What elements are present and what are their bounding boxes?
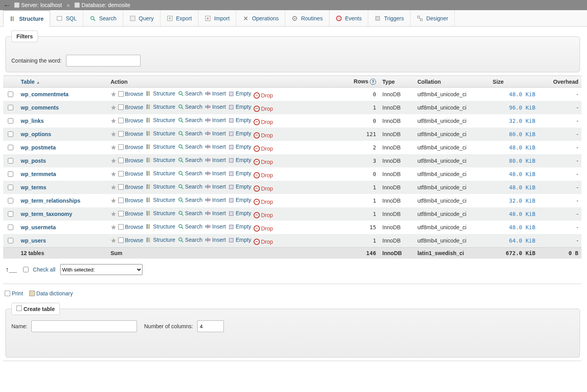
- create-name-input[interactable]: [31, 320, 137, 332]
- insert-link[interactable]: Insert: [205, 90, 226, 97]
- insert-link[interactable]: Insert: [205, 144, 226, 150]
- data-dictionary-link[interactable]: Data dictionary: [29, 290, 73, 297]
- insert-link[interactable]: Insert: [205, 130, 226, 137]
- row-checkbox[interactable]: [8, 92, 13, 97]
- drop-link[interactable]: −Drop: [254, 185, 273, 192]
- row-checkbox[interactable]: [8, 105, 13, 110]
- favorite-star-icon[interactable]: ★: [110, 144, 117, 151]
- tab-structure[interactable]: Structure: [3, 10, 50, 27]
- structure-link[interactable]: Structure: [146, 223, 175, 230]
- structure-link[interactable]: Structure: [146, 210, 175, 216]
- empty-link[interactable]: Empty: [228, 197, 251, 203]
- search-link[interactable]: Search: [178, 183, 202, 190]
- row-checkbox[interactable]: [8, 225, 13, 230]
- search-link[interactable]: Search: [178, 144, 202, 150]
- search-link[interactable]: Search: [178, 237, 202, 243]
- search-link[interactable]: Search: [178, 157, 202, 163]
- favorite-star-icon[interactable]: ★: [110, 210, 117, 218]
- table-name-link[interactable]: wp_termmeta: [21, 171, 56, 177]
- row-checkbox[interactable]: [8, 171, 13, 177]
- empty-link[interactable]: Empty: [228, 223, 251, 230]
- search-link[interactable]: Search: [178, 130, 202, 137]
- browse-link[interactable]: Browse: [118, 184, 143, 190]
- favorite-star-icon[interactable]: ★: [110, 90, 117, 98]
- browse-link[interactable]: Browse: [118, 131, 143, 137]
- row-checkbox[interactable]: [8, 198, 13, 203]
- favorite-star-icon[interactable]: ★: [110, 237, 117, 245]
- browse-link[interactable]: Browse: [118, 91, 143, 97]
- row-checkbox[interactable]: [8, 211, 13, 217]
- structure-link[interactable]: Structure: [146, 183, 175, 190]
- favorite-star-icon[interactable]: ★: [110, 130, 117, 138]
- empty-link[interactable]: Empty: [228, 210, 251, 216]
- empty-link[interactable]: Empty: [228, 104, 251, 110]
- favorite-star-icon[interactable]: ★: [110, 117, 117, 125]
- insert-link[interactable]: Insert: [205, 223, 226, 230]
- row-checkbox[interactable]: [8, 185, 13, 190]
- table-name-link[interactable]: wp_posts: [21, 158, 46, 164]
- row-checkbox[interactable]: [8, 238, 13, 243]
- tab-query[interactable]: Query: [123, 10, 160, 26]
- insert-link[interactable]: Insert: [205, 183, 226, 190]
- browse-link[interactable]: Browse: [118, 210, 143, 217]
- structure-link[interactable]: Structure: [146, 144, 175, 150]
- structure-link[interactable]: Structure: [146, 130, 175, 137]
- column-size[interactable]: Size: [490, 76, 538, 88]
- table-name-link[interactable]: wp_term_relationships: [21, 198, 81, 204]
- drop-link[interactable]: −Drop: [254, 132, 273, 138]
- column-collation[interactable]: Collation: [414, 76, 490, 88]
- tab-routines[interactable]: Routines: [285, 10, 329, 26]
- drop-link[interactable]: −Drop: [254, 92, 273, 99]
- column-type[interactable]: Type: [379, 76, 414, 88]
- column-table[interactable]: Table ▲: [18, 76, 107, 88]
- drop-link[interactable]: −Drop: [254, 225, 273, 232]
- favorite-star-icon[interactable]: ★: [110, 183, 117, 191]
- with-selected-select[interactable]: With selected:: [60, 264, 142, 275]
- structure-link[interactable]: Structure: [146, 90, 175, 97]
- empty-link[interactable]: Empty: [228, 157, 251, 163]
- browse-link[interactable]: Browse: [118, 224, 143, 230]
- create-cols-input[interactable]: [197, 320, 224, 332]
- favorite-star-icon[interactable]: ★: [110, 157, 117, 165]
- structure-link[interactable]: Structure: [146, 157, 175, 163]
- empty-link[interactable]: Empty: [228, 183, 251, 190]
- favorite-star-icon[interactable]: ★: [110, 197, 117, 205]
- insert-link[interactable]: Insert: [205, 237, 226, 243]
- drop-link[interactable]: −Drop: [254, 146, 273, 152]
- insert-link[interactable]: Insert: [205, 210, 226, 216]
- structure-link[interactable]: Structure: [146, 117, 175, 123]
- table-name-link[interactable]: wp_options: [21, 131, 51, 137]
- row-checkbox[interactable]: [8, 118, 13, 124]
- browse-link[interactable]: Browse: [118, 171, 143, 177]
- empty-link[interactable]: Empty: [228, 130, 251, 137]
- favorite-star-icon[interactable]: ★: [110, 104, 117, 111]
- drop-link[interactable]: −Drop: [254, 119, 273, 125]
- table-name-link[interactable]: wp_links: [21, 118, 44, 124]
- table-name-link[interactable]: wp_term_taxonomy: [21, 211, 72, 217]
- browse-link[interactable]: Browse: [118, 237, 143, 243]
- row-checkbox[interactable]: [8, 131, 13, 137]
- empty-link[interactable]: Empty: [228, 170, 251, 176]
- containing-input[interactable]: [66, 55, 140, 67]
- tab-designer[interactable]: Designer: [411, 10, 455, 26]
- tab-triggers[interactable]: Triggers: [368, 10, 411, 26]
- search-link[interactable]: Search: [178, 210, 202, 216]
- insert-link[interactable]: Insert: [205, 197, 226, 203]
- search-link[interactable]: Search: [178, 197, 202, 203]
- column-rows[interactable]: Rows ?: [340, 76, 379, 88]
- search-link[interactable]: Search: [178, 104, 202, 110]
- drop-link[interactable]: −Drop: [254, 159, 273, 165]
- tab-operations[interactable]: Operations: [236, 10, 285, 26]
- empty-link[interactable]: Empty: [228, 117, 251, 123]
- drop-link[interactable]: −Drop: [254, 106, 273, 112]
- empty-link[interactable]: Empty: [228, 144, 251, 150]
- browse-link[interactable]: Browse: [118, 144, 143, 150]
- search-link[interactable]: Search: [178, 170, 202, 176]
- check-all-link[interactable]: Check all: [33, 266, 56, 273]
- print-link[interactable]: Print: [5, 290, 23, 297]
- back-arrow-icon[interactable]: ←: [3, 1, 11, 10]
- server-crumb[interactable]: Server: localhost: [14, 2, 62, 8]
- table-name-link[interactable]: wp_commentmeta: [21, 91, 68, 97]
- row-checkbox[interactable]: [8, 158, 13, 164]
- drop-link[interactable]: −Drop: [254, 239, 273, 245]
